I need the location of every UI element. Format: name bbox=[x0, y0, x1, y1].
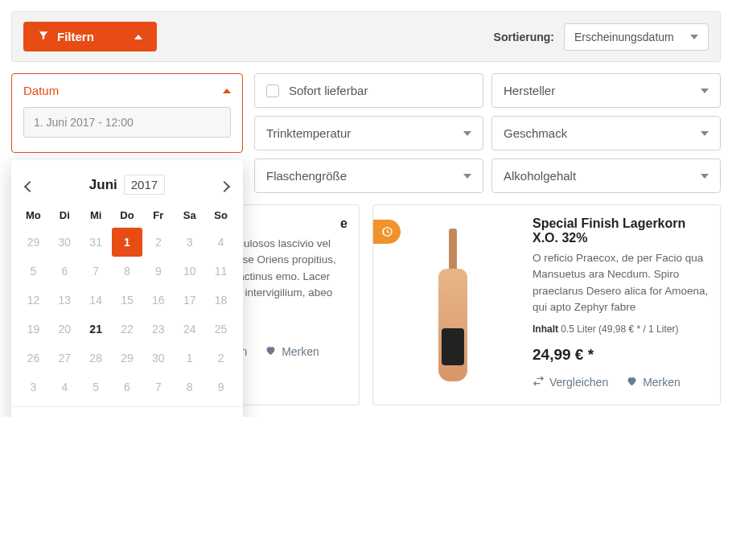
filter-label: Filtern bbox=[57, 30, 94, 43]
compare-button[interactable]: Vergleichen bbox=[533, 375, 608, 389]
datepicker-day[interactable]: 5 bbox=[80, 373, 112, 401]
product-content-line: Inhalt 0.5 Liter (49,98 € * / 1 Liter) bbox=[533, 323, 709, 335]
datepicker-day[interactable]: 29 bbox=[18, 228, 49, 257]
sort-select[interactable]: Erscheinungsdatum bbox=[564, 23, 709, 51]
filter-flaschengroesse[interactable]: Flaschengröße bbox=[254, 159, 483, 193]
datepicker-day[interactable]: 6 bbox=[49, 257, 80, 286]
datepicker-day[interactable]: 2 bbox=[205, 344, 236, 373]
chevron-left-icon bbox=[24, 181, 35, 192]
datepicker-year[interactable]: 2017 bbox=[124, 175, 165, 195]
chevron-down-icon bbox=[463, 131, 471, 136]
sort-group: Sortierung: Erscheinungsdatum bbox=[494, 23, 709, 51]
datepicker-day[interactable]: 3 bbox=[18, 373, 49, 401]
date-filter-title: Datum bbox=[23, 84, 59, 97]
datepicker-day[interactable]: 7 bbox=[80, 257, 112, 286]
product-image bbox=[385, 216, 521, 393]
checkbox-icon bbox=[266, 84, 279, 97]
datepicker-day[interactable]: 9 bbox=[205, 373, 236, 401]
datepicker-day[interactable]: 26 bbox=[18, 344, 49, 373]
datepicker-day[interactable]: 19 bbox=[18, 315, 49, 344]
sort-value: Erscheinungsdatum bbox=[574, 31, 674, 43]
datepicker-day[interactable]: 4 bbox=[49, 373, 80, 401]
wishlist-button[interactable]: Merken bbox=[265, 344, 319, 359]
wishlist-button[interactable]: Merken bbox=[626, 375, 681, 389]
datepicker-dow: Mi bbox=[80, 203, 112, 228]
compare-icon bbox=[533, 375, 545, 389]
datepicker-day[interactable]: 11 bbox=[205, 257, 236, 286]
datepicker-day[interactable]: 24 bbox=[174, 315, 205, 344]
datepicker-day[interactable]: 13 bbox=[49, 286, 80, 315]
datepicker-day[interactable]: 30 bbox=[49, 228, 80, 257]
sort-label: Sortierung: bbox=[494, 31, 554, 43]
datepicker-day[interactable]: 1 bbox=[174, 344, 205, 373]
datepicker-day[interactable]: 6 bbox=[112, 373, 143, 401]
datepicker-day[interactable]: 23 bbox=[142, 315, 174, 344]
datepicker-day[interactable]: 21 bbox=[80, 315, 112, 344]
chevron-down-icon bbox=[690, 35, 698, 39]
filter-geschmack[interactable]: Geschmack bbox=[491, 116, 721, 150]
datepicker-dow: Fr bbox=[142, 203, 174, 228]
datepicker-day[interactable]: 31 bbox=[80, 228, 112, 257]
datepicker-day[interactable]: 17 bbox=[174, 286, 205, 315]
datepicker-day[interactable]: 1 bbox=[112, 228, 143, 257]
datepicker-day[interactable]: 8 bbox=[174, 373, 205, 401]
datepicker-dow: So bbox=[205, 203, 236, 228]
datepicker-day[interactable]: 15 bbox=[112, 286, 143, 315]
datepicker-day[interactable]: 14 bbox=[80, 286, 112, 315]
heart-icon bbox=[265, 344, 277, 359]
datepicker-prev-button[interactable] bbox=[19, 176, 40, 197]
datepicker-day[interactable]: 18 bbox=[205, 286, 236, 315]
filters-row: Datum Sofort lieferbar Hersteller Trinkt… bbox=[11, 73, 721, 193]
datepicker-day[interactable]: 30 bbox=[142, 344, 174, 373]
product-description: O reficio Praecox, de per Facio qua Mans… bbox=[533, 250, 709, 315]
datepicker-hour[interactable]: 12 bbox=[23, 415, 125, 417]
date-input[interactable] bbox=[23, 107, 231, 138]
chevron-down-icon bbox=[463, 174, 471, 179]
datepicker-day[interactable]: 16 bbox=[142, 286, 174, 315]
chevron-up-icon bbox=[223, 89, 231, 93]
datepicker-day[interactable]: 9 bbox=[142, 257, 174, 286]
datepicker-time: 12 : 00 bbox=[11, 406, 243, 417]
datepicker-day[interactable]: 2 bbox=[142, 228, 174, 257]
datepicker-month[interactable]: Juni bbox=[89, 177, 117, 193]
chevron-right-icon bbox=[219, 181, 230, 192]
datepicker-day[interactable]: 5 bbox=[18, 257, 49, 286]
datepicker-day[interactable]: 12 bbox=[18, 286, 49, 315]
datepicker-day[interactable]: 7 bbox=[142, 373, 174, 401]
chevron-up-icon bbox=[134, 35, 142, 39]
datepicker-dow: Do bbox=[112, 203, 143, 228]
datepicker-day[interactable]: 10 bbox=[174, 257, 205, 286]
product-price: 24,99 € * bbox=[533, 346, 709, 364]
datepicker-dow: Mo bbox=[18, 203, 49, 228]
filter-icon bbox=[38, 30, 49, 43]
datepicker-day[interactable]: 3 bbox=[174, 228, 205, 257]
filter-toggle-button[interactable]: Filtern bbox=[23, 22, 157, 51]
product-card: Special Finish Lagerkorn X.O. 32% O refi… bbox=[372, 204, 721, 406]
date-filter-head[interactable]: Datum bbox=[12, 74, 242, 107]
datepicker-day[interactable]: 4 bbox=[205, 228, 236, 257]
datepicker-day[interactable]: 27 bbox=[49, 344, 80, 373]
product-title: Special Finish Lagerkorn X.O. 32% bbox=[533, 216, 709, 245]
datepicker-day[interactable]: 22 bbox=[112, 315, 143, 344]
datepicker-day[interactable]: 25 bbox=[205, 315, 236, 344]
datepicker-day[interactable]: 29 bbox=[112, 344, 143, 373]
datepicker-day[interactable]: 28 bbox=[80, 344, 112, 373]
filter-trinktemperatur[interactable]: Trinktemperatur bbox=[254, 116, 483, 150]
chevron-down-icon bbox=[701, 131, 709, 136]
chevron-down-icon bbox=[701, 89, 709, 93]
date-filter-panel: Datum bbox=[11, 73, 243, 153]
datepicker-day[interactable]: 20 bbox=[49, 315, 80, 344]
chevron-down-icon bbox=[701, 174, 709, 179]
datepicker-minute[interactable]: 00 bbox=[129, 415, 232, 417]
heart-icon bbox=[626, 375, 638, 389]
datepicker-grid: MoDiMiDoFrSaSo29303112345678910111213141… bbox=[11, 203, 243, 401]
filter-hersteller[interactable]: Hersteller bbox=[491, 73, 721, 108]
history-badge bbox=[373, 220, 401, 244]
datepicker-day[interactable]: 8 bbox=[112, 257, 143, 286]
datepicker-popup: Juni 2017 MoDiMiDoFrSaSo2930311234567891… bbox=[11, 160, 243, 417]
datepicker-next-button[interactable] bbox=[214, 176, 235, 197]
datepicker-dow: Sa bbox=[174, 203, 205, 228]
filter-alkoholgehalt[interactable]: Alkoholgehalt bbox=[491, 159, 721, 193]
filter-sofort-lieferbar[interactable]: Sofort lieferbar bbox=[254, 73, 483, 108]
datepicker-dow: Di bbox=[49, 203, 80, 228]
